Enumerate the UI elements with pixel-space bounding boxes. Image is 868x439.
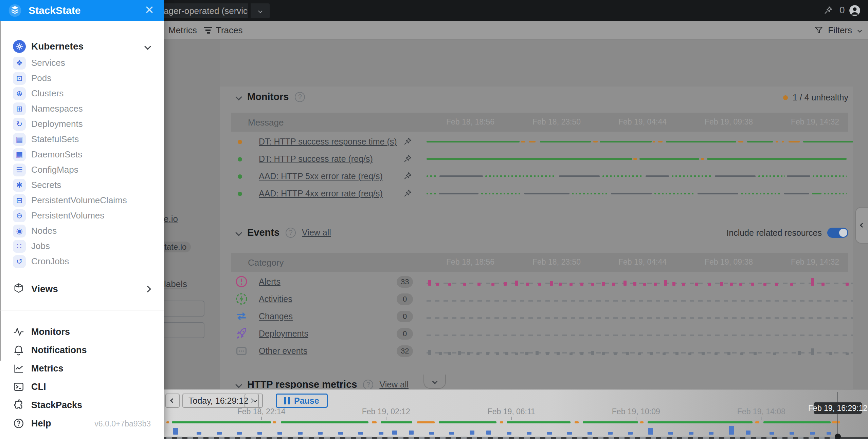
pin-icon[interactable] bbox=[402, 136, 413, 148]
sidebar-item-cronjobs[interactable]: ↺ CronJobs bbox=[0, 254, 164, 269]
sidebar-item-nodes[interactable]: ◉ Nodes bbox=[0, 223, 164, 238]
event-category-row: Activities 0 bbox=[231, 290, 848, 308]
sidebar-item-stackpacks[interactable]: StackPacks bbox=[0, 397, 164, 413]
event-category-row: Changes 0 bbox=[231, 308, 848, 325]
monitor-link[interactable]: AAD: HTTP 5xx error rate (req/s) bbox=[259, 171, 383, 181]
monitors-section-header[interactable]: Monitors ? bbox=[236, 91, 305, 102]
traces-tab-icon bbox=[204, 25, 212, 35]
collapse-section-icon[interactable] bbox=[235, 381, 242, 388]
event-category-link[interactable]: Other events bbox=[259, 346, 307, 356]
close-icon[interactable]: ✕ bbox=[145, 4, 155, 16]
tab-traces[interactable]: Traces bbox=[204, 21, 243, 39]
timeline-date-label: Feb 19, 10:09 bbox=[612, 407, 660, 416]
collapse-details-pill[interactable] bbox=[423, 375, 446, 389]
date-tick-label: Feb 19, 14:32 bbox=[791, 257, 839, 267]
sidebar-item-secrets[interactable]: ✱ Secrets bbox=[0, 177, 164, 193]
pinned-views[interactable]: 0 bbox=[823, 5, 845, 16]
sidebar-item-kubernetes[interactable]: Kubernetes bbox=[0, 39, 164, 54]
monitor-link[interactable]: DT: HTTP success rate (req/s) bbox=[259, 154, 373, 164]
event-category-link[interactable]: Activities bbox=[259, 294, 292, 304]
timeline-tooltip-text: Feb 19, 16:29:12 bbox=[808, 404, 867, 413]
date-tick-label: Feb 19, 09:38 bbox=[705, 117, 753, 127]
kubernetes-icon bbox=[13, 40, 26, 53]
help-icon[interactable]: ? bbox=[295, 92, 305, 102]
time-travel-bar: Today, 16:29:12 Pause Feb 18, 22:14Feb 1… bbox=[164, 389, 868, 439]
secrets-icon: ✱ bbox=[13, 179, 26, 192]
events-table-header: Category Feb 18, 18:56Feb 18, 23:50Feb 1… bbox=[231, 253, 848, 272]
monitor-link[interactable]: AAD: HTTP 4xx error rate (req/s) bbox=[259, 189, 383, 198]
sidebar-item-label: Metrics bbox=[31, 363, 64, 374]
sidebar-item-services[interactable]: ❖ Services bbox=[0, 55, 164, 71]
events-section-header[interactable]: Events ? View all bbox=[236, 227, 331, 238]
event-count-badge: 0 bbox=[397, 293, 413, 305]
events-view-all-link[interactable]: View all bbox=[302, 228, 331, 237]
timeline-scrubber-dot[interactable] bbox=[835, 434, 841, 439]
include-related-toggle[interactable] bbox=[827, 228, 848, 238]
jobs-icon: ∷ bbox=[13, 240, 26, 253]
sidebar-item-notifications[interactable]: Notifications bbox=[0, 342, 164, 358]
sidebar-item-views[interactable]: Views bbox=[0, 281, 164, 297]
monitor-link[interactable]: DT: HTTP success response time (s) bbox=[259, 137, 397, 147]
time-next-button[interactable] bbox=[245, 394, 259, 408]
sidebar-item-daemonsets[interactable]: ▦ DaemonSets bbox=[0, 147, 164, 162]
timeline-scrubber[interactable] bbox=[837, 392, 838, 436]
filters-button[interactable]: Filters bbox=[814, 21, 861, 39]
help-icon[interactable]: ? bbox=[286, 228, 296, 238]
monitors-health-text: 1 / 4 unhealthy bbox=[793, 93, 848, 102]
sidebar-item-monitors[interactable]: Monitors bbox=[0, 324, 164, 340]
collapse-section-icon[interactable] bbox=[235, 94, 242, 100]
sidebar-item-persistentvolumeclaims[interactable]: ⊟ PersistentVolumeClaims bbox=[0, 193, 164, 208]
http-metrics-section-header[interactable]: HTTP response metrics ? View all bbox=[236, 379, 409, 389]
sidebar-item-configmaps[interactable]: ☰ ConfigMaps bbox=[0, 162, 164, 177]
sidebar-item-label: Pods bbox=[31, 73, 51, 83]
view-selector[interactable]: ager-operated (service) bbox=[160, 3, 248, 18]
event-category-row: Alerts 33 bbox=[231, 273, 848, 290]
pin-icon[interactable] bbox=[402, 154, 413, 165]
drawer-title: StackState bbox=[29, 5, 80, 16]
daemonsets-icon: ▦ bbox=[13, 148, 26, 161]
toggle-knob bbox=[839, 229, 847, 237]
pause-button[interactable]: Pause bbox=[276, 394, 328, 408]
event-category-link[interactable]: Deployments bbox=[259, 329, 308, 339]
sidebar-item-clusters[interactable]: ⊛ Clusters bbox=[0, 86, 164, 101]
chart-line-icon bbox=[13, 363, 24, 374]
sidebar-item-namespaces[interactable]: ⊞ Namespaces bbox=[0, 101, 164, 116]
event-category-link[interactable]: Alerts bbox=[259, 277, 281, 287]
time-prev-button[interactable] bbox=[165, 394, 180, 408]
monitors-title: Monitors bbox=[247, 91, 289, 102]
timeline-date-label: Feb 19, 02:12 bbox=[362, 407, 410, 416]
sidebar-item-cli[interactable]: CLI bbox=[0, 379, 164, 395]
chevron-down-icon bbox=[432, 379, 437, 384]
expand-right-pane-handle[interactable] bbox=[855, 207, 868, 244]
pin-icon[interactable] bbox=[402, 171, 413, 183]
chevron-left-icon bbox=[860, 223, 865, 228]
timeline-date-label: Feb 19, 14:08 bbox=[737, 407, 785, 416]
fragment-url-link[interactable]: e.io bbox=[164, 214, 178, 224]
pulse-icon bbox=[13, 326, 24, 338]
sidebar-item-pods[interactable]: ⊡ Pods bbox=[0, 71, 164, 86]
fragment-filter-input[interactable] bbox=[160, 322, 204, 338]
http-metrics-view-all-link[interactable]: View all bbox=[379, 380, 409, 389]
fragment-tag-chip[interactable]: state.io bbox=[160, 242, 191, 252]
event-count-badge: 0 bbox=[397, 311, 413, 322]
event-count-badge: 33 bbox=[397, 276, 413, 288]
collapse-section-icon[interactable] bbox=[235, 229, 242, 236]
help-icon[interactable]: ? bbox=[363, 380, 373, 389]
sidebar-item-statefulsets[interactable]: ▤ StatefulSets bbox=[0, 132, 164, 147]
fragment-filter-input[interactable] bbox=[160, 301, 204, 317]
pin-icon[interactable] bbox=[402, 188, 413, 200]
view-selector-caret[interactable] bbox=[251, 3, 270, 18]
fragment-labels-link[interactable]: labels bbox=[164, 279, 187, 289]
monitor-sparkline bbox=[427, 150, 853, 168]
monitor-sparkline bbox=[427, 133, 853, 150]
sidebar-item-jobs[interactable]: ∷ Jobs bbox=[0, 238, 164, 254]
pause-label: Pause bbox=[294, 396, 319, 406]
cronjobs-icon: ↺ bbox=[13, 255, 26, 268]
sidebar-item-persistentvolumes[interactable]: ⊖ PersistentVolumes bbox=[0, 208, 164, 223]
funnel-icon bbox=[814, 26, 823, 35]
sidebar-item-metrics[interactable]: Metrics bbox=[0, 361, 164, 376]
user-avatar-icon[interactable] bbox=[848, 4, 861, 17]
unhealthy-dot-icon bbox=[783, 95, 788, 100]
event-category-link[interactable]: Changes bbox=[259, 311, 293, 321]
sidebar-item-deployments[interactable]: ↻ Deployments bbox=[0, 116, 164, 132]
